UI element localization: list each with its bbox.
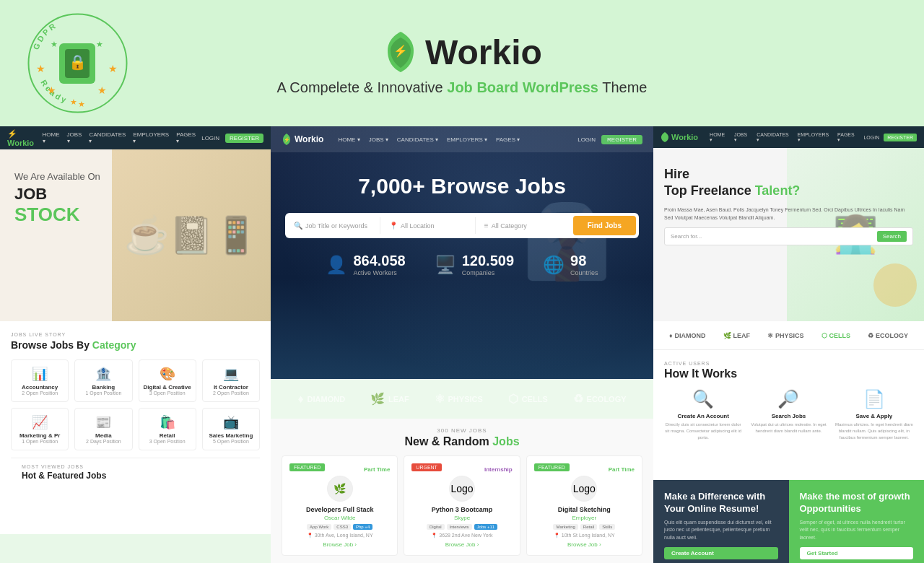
left-nav-items: HOME ▾ JOBS ▾ CANDIDATES ▾ EMPLOYERS ▾ P… xyxy=(43,131,196,144)
right-logo-strip-item[interactable]: 🌿 LEAF xyxy=(723,332,751,339)
left-nav-home[interactable]: HOME ▾ xyxy=(43,131,60,144)
logo-strip-item[interactable]: ♻ ECOLOGY xyxy=(573,392,627,406)
category-item[interactable]: 📰 Media 2 Days Position xyxy=(74,408,132,450)
jobs-count-label: 300 NEW JOBS xyxy=(282,427,642,434)
right-logo-strip-item[interactable]: ⬡ CELLS xyxy=(821,332,851,339)
job-tag: Digital xyxy=(427,524,445,530)
cta-create-account-btn[interactable]: Create Account xyxy=(664,547,778,559)
job-type: Internship xyxy=(484,466,513,473)
right-logo-strip-item[interactable]: ♦ DIAMOND xyxy=(669,332,706,339)
hero-category-field[interactable]: ≡ All Category xyxy=(479,217,570,234)
how-step-icon: 🔎 xyxy=(749,389,827,409)
job-badge: FEATURED xyxy=(289,463,325,471)
left-nav-candidates[interactable]: CANDIDATES ▾ xyxy=(89,131,126,144)
right-search-btn[interactable]: Search xyxy=(877,231,907,242)
category-item[interactable]: 📊 Accountancy 2 Open Position xyxy=(11,359,69,402)
right-nav-pages[interactable]: PAGES ▾ xyxy=(837,132,858,143)
job-location: 📍 3628 2nd Ave New York xyxy=(411,533,512,538)
workio-logo: ⚡ Workio xyxy=(277,30,648,74)
right-nav-home[interactable]: HOME ▾ xyxy=(710,132,728,143)
logo-strip-label: CELLS xyxy=(522,395,548,403)
right-nav-register[interactable]: REGISTER xyxy=(884,134,917,141)
cta-get-started-btn[interactable]: Get Started xyxy=(800,547,914,559)
logo-text: Workio xyxy=(425,32,542,72)
category-item[interactable]: 📺 Sales Marketing 5 Open Position xyxy=(202,408,260,450)
right-nav-jobs[interactable]: JOBS ▾ xyxy=(734,132,751,143)
logo-strip-item[interactable]: ♦ DIAMOND xyxy=(297,393,345,406)
job-browse-link[interactable]: Browse Job › xyxy=(289,541,390,548)
svg-text:★: ★ xyxy=(70,97,77,106)
category-icon: 📺 xyxy=(207,414,255,430)
right-search-input[interactable]: Search for... xyxy=(671,233,871,240)
how-step: 🔎 Search Jobs Volutpat dui ut ultrices m… xyxy=(749,389,827,441)
category-item[interactable]: 💻 It Contractor 2 Open Position xyxy=(202,359,260,402)
left-cat-title: Browse Jobs By Category xyxy=(11,339,260,351)
logo-strip-item[interactable]: ⚛ PHYSICS xyxy=(435,392,483,406)
top-banner: GDPR Ready 🔒 ★ ★ ★ ★ ★ ★ ★ ★ xyxy=(0,0,924,126)
right-nav-employers[interactable]: EMPLOYERS ▾ xyxy=(798,132,832,143)
right-hero-area: 👩‍💻 HireTop Freelance Talent? Proin Mass… xyxy=(653,148,924,321)
logo-strip-icon: ⚛ xyxy=(435,392,445,406)
main-content: ⚡ Workio HOME ▾ JOBS ▾ CANDIDATES ▾ EMPL… xyxy=(0,126,924,563)
category-name: Marketing & Pr xyxy=(16,432,64,439)
category-item[interactable]: 📈 Marketing & Pr 1 Open Position xyxy=(11,408,69,450)
category-item[interactable]: 🏦 Banking 1 Open Position xyxy=(74,359,132,402)
how-steps: 🔍 Create An Account Directly duis sit co… xyxy=(664,389,913,441)
stat-number: 98 xyxy=(570,253,598,269)
how-step-desc: Maximus ultricies. In eget hendrerit dia… xyxy=(835,422,913,441)
center-jobs-section: 300 NEW JOBS New & Random Jobs FEATURED … xyxy=(271,419,653,563)
cta-growth-card: Make the most of growth Opportunities Se… xyxy=(789,480,925,563)
logo-strip-icon: ♦ xyxy=(297,393,303,406)
category-icon: 📰 xyxy=(79,414,127,430)
stat-icon: 🌐 xyxy=(543,255,565,275)
stat-icon: 👤 xyxy=(326,255,347,275)
left-nav: ⚡ Workio HOME ▾ JOBS ▾ CANDIDATES ▾ EMPL… xyxy=(0,126,271,149)
job-type: Part Time xyxy=(609,466,635,473)
left-cat-eyebrow: JOBS LIVE STORY xyxy=(11,332,260,337)
how-step-title: Search Jobs xyxy=(749,413,827,419)
job-browse-link[interactable]: Browse Job › xyxy=(411,541,512,548)
job-tag: Jobs +11 xyxy=(474,524,498,530)
left-hero-section: ⚡ Workio HOME ▾ JOBS ▾ CANDIDATES ▾ EMPL… xyxy=(0,126,271,321)
category-item[interactable]: 🎨 Digital & Creative 3 Open Position xyxy=(139,359,196,402)
job-company: Skype xyxy=(411,515,512,521)
left-nav-jobs[interactable]: JOBS ▾ xyxy=(67,131,82,144)
category-name: Media xyxy=(79,432,127,439)
hero-location-field[interactable]: 📍 All Location xyxy=(383,217,476,234)
left-nav-employers[interactable]: EMPLOYERS ▾ xyxy=(133,131,169,144)
right-logo-label: CELLS xyxy=(829,332,851,339)
category-item[interactable]: 🛍️ Retail 3 Open Position xyxy=(139,408,196,450)
hero-stat-item: 👤 864.058 Active Workers xyxy=(326,253,405,276)
category-name: Digital & Creative xyxy=(144,384,191,390)
left-hero-bg-image: ☕📓📱 xyxy=(112,149,271,321)
job-browse-link[interactable]: Browse Job › xyxy=(534,541,635,548)
categories-grid: 📊 Accountancy 2 Open Position 🏦 Banking … xyxy=(11,359,260,450)
job-logo: 🌿 xyxy=(327,476,353,502)
job-logo: Logo xyxy=(571,476,597,502)
gdpr-badge: GDPR Ready 🔒 ★ ★ ★ ★ ★ ★ ★ ★ xyxy=(22,7,141,119)
category-icon: 📈 xyxy=(16,414,64,430)
left-nav-login[interactable]: LOGIN xyxy=(201,135,219,141)
cta-resume-card: Make a Difference with Your Online Resum… xyxy=(653,480,789,563)
hero-keyword-field[interactable]: 🔍 Job Title or Keywords xyxy=(288,217,380,234)
category-icon: 🛍️ xyxy=(144,414,191,430)
right-logo-strip-item[interactable]: ♻ ECOLOGY xyxy=(868,332,908,339)
job-card[interactable]: FEATURED Part Time Logo Digital Sketchin… xyxy=(526,455,642,556)
svg-text:★: ★ xyxy=(108,63,118,74)
hero-find-jobs-btn[interactable]: Find Jobs xyxy=(573,216,636,235)
job-card[interactable]: FEATURED Part Time 🌿 Developers Full Sta… xyxy=(282,455,398,556)
logo-strip-item[interactable]: 🌿 LEAF xyxy=(370,392,409,406)
stat-label: Countries xyxy=(570,269,598,276)
category-name: Sales Marketing xyxy=(207,432,255,439)
logo-strip-item[interactable]: ⬡ CELLS xyxy=(508,392,548,406)
left-nav-register[interactable]: REGISTER xyxy=(225,134,263,143)
right-cta-area: Make a Difference with Your Online Resum… xyxy=(653,480,924,563)
right-logo-strip-item[interactable]: ⚛ PHYSICS xyxy=(767,332,804,339)
right-nav-login[interactable]: LOGIN xyxy=(863,135,879,140)
job-card[interactable]: URGENT Internship Logo Python 3 Bootcamp… xyxy=(404,455,520,556)
left-nav-pages[interactable]: PAGES ▾ xyxy=(176,131,196,144)
hero-search-bar: 🔍 Job Title or Keywords 📍 All Location ≡… xyxy=(285,213,639,238)
logo-strip-label: PHYSICS xyxy=(448,395,483,403)
right-nav-candidates[interactable]: CANDIDATES ▾ xyxy=(757,132,791,143)
job-tag: CSS3 xyxy=(334,524,351,530)
